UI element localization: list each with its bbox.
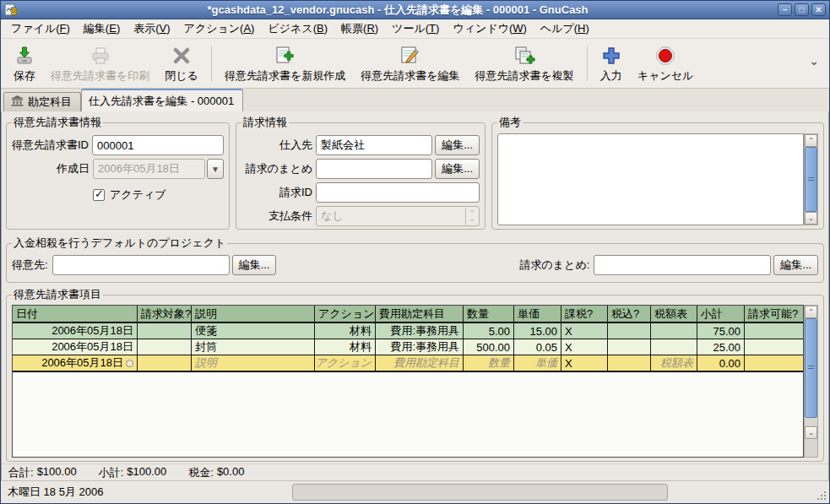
toolbar-overflow-chevron-icon[interactable]: ⌄ [809, 54, 824, 74]
table-cell[interactable] [651, 323, 697, 339]
menu-item[interactable]: ツール(T) [385, 19, 446, 38]
table-cell[interactable]: 5.00 [464, 323, 514, 339]
date-dropdown-button[interactable]: ▼ [207, 159, 224, 179]
table-cell[interactable]: X [561, 355, 608, 371]
table-cell[interactable]: X [561, 323, 608, 339]
table-cell[interactable]: 75.00 [697, 323, 745, 339]
table-cell[interactable] [138, 339, 192, 355]
table-cell[interactable]: 数量 [464, 355, 514, 371]
menu-item[interactable]: ウィンドウ(W) [446, 19, 533, 38]
table-cell[interactable]: 2006年05月18日 [13, 339, 138, 355]
cancel-button[interactable]: キャンセル [630, 41, 702, 86]
date-combo-icon[interactable] [126, 360, 133, 367]
table-cell[interactable] [651, 339, 697, 355]
table-cell[interactable]: 15.00 [514, 323, 561, 339]
toolbar: 保存 得意先請求書を印刷 閉じる 得意先請求書を新規作成 得意先請求書を編集 [1, 39, 829, 89]
table-cell[interactable]: 便箋 [192, 323, 315, 339]
scrollbar-thumb[interactable] [805, 147, 817, 212]
resize-grip[interactable] [816, 490, 827, 501]
table-cell[interactable]: 費用:事務用具 [376, 323, 464, 339]
table-cell[interactable] [608, 355, 651, 371]
notes-frame: 備考 ⌃ ⌄ [491, 115, 824, 230]
table-cell[interactable] [745, 339, 803, 355]
table-cell[interactable]: 25.00 [697, 339, 745, 355]
scrollbar-thumb[interactable] [805, 318, 817, 418]
table-cell[interactable]: 説明 [192, 355, 315, 371]
tab-accounts[interactable]: 勘定科目 [3, 92, 81, 111]
table-cell[interactable]: 封筒 [192, 339, 315, 355]
notes-textarea[interactable] [497, 133, 804, 225]
vendor-input[interactable]: 製紙会社 [316, 135, 432, 155]
table-cell[interactable]: 費用勘定科目 [376, 355, 464, 371]
column-header: 日付 [13, 306, 138, 322]
table-cell[interactable]: 2006年05月18日 [13, 323, 138, 339]
gnucash-app-icon [4, 3, 18, 17]
menu-item[interactable]: アクション(A) [177, 19, 262, 38]
table-cell[interactable] [745, 355, 803, 371]
column-header: 課税? [561, 306, 608, 322]
table-cell[interactable]: 500.00 [464, 339, 514, 355]
table-cell[interactable]: 材料 [315, 323, 376, 339]
table-row[interactable]: 2006年05月18日説明アクション費用勘定科目数量単価X税額表0.00 [13, 355, 803, 372]
print-invoice-button[interactable]: 得意先請求書を印刷 [43, 41, 157, 86]
menu-item[interactable]: 編集(E) [77, 19, 127, 38]
table-cell[interactable] [745, 323, 803, 339]
close-tab-button[interactable]: 閉じる [157, 41, 206, 86]
enter-button[interactable]: 入力 [593, 41, 630, 86]
table-cell[interactable]: 費用:事務用具 [376, 339, 464, 355]
table-cell[interactable]: 0.05 [514, 339, 561, 355]
project-customer-input[interactable] [52, 255, 230, 275]
table-cell[interactable]: 2006年05月18日 [13, 355, 138, 371]
column-header: 単価 [514, 306, 561, 322]
vendor-edit-button[interactable]: 編集... [435, 135, 480, 155]
minimize-button[interactable]: – [778, 3, 792, 16]
notes-scrollbar[interactable]: ⌃ ⌄ [804, 133, 818, 225]
chargeback-edit-button[interactable]: 編集... [435, 159, 480, 179]
scroll-down-icon[interactable]: ⌄ [805, 426, 817, 439]
project-job-edit-button[interactable]: 編集... [773, 255, 818, 275]
tab-edit-vendor-bill[interactable]: 仕入先請求書を編集 - 000001 [81, 89, 243, 111]
billing-id-input[interactable] [316, 182, 480, 203]
table-cell[interactable] [608, 323, 651, 339]
menu-item[interactable]: 表示(V) [127, 19, 176, 38]
terms-combo[interactable]: なし ⌃⌄ [316, 206, 480, 226]
close-window-button[interactable]: ✕ [811, 3, 826, 16]
entries-scrollbar[interactable]: ⌃ ⌄ [804, 305, 818, 458]
project-job-label: 請求のまとめ: [519, 257, 589, 273]
table-cell[interactable] [608, 339, 651, 355]
table-row[interactable]: 2006年05月18日封筒材料費用:事務用具500.000.05X25.00 [13, 339, 803, 355]
chargeback-input[interactable] [316, 159, 432, 179]
project-customer-edit-button[interactable]: 編集... [232, 255, 277, 275]
scroll-up-icon[interactable]: ⌃ [805, 306, 817, 318]
save-icon [14, 45, 35, 67]
table-cell[interactable]: 0.00 [697, 355, 745, 371]
scroll-up-icon[interactable]: ⌃ [805, 134, 817, 147]
save-button[interactable]: 保存 [6, 41, 43, 86]
table-cell[interactable]: X [561, 339, 608, 355]
project-job-input[interactable] [594, 255, 771, 275]
maximize-button[interactable]: □ [795, 3, 809, 16]
register-empty-area[interactable] [13, 372, 803, 457]
table-cell[interactable] [138, 355, 192, 371]
table-cell[interactable]: アクション [315, 355, 376, 371]
edit-invoice-button[interactable]: 得意先請求書を編集 [353, 41, 467, 86]
menu-item[interactable]: ファイル(F) [4, 19, 77, 38]
column-header: アクション [315, 306, 376, 322]
table-cell[interactable]: 税額表 [651, 355, 697, 371]
active-checkbox[interactable]: ✓ [93, 189, 105, 201]
duplicate-invoice-button[interactable]: 得意先請求書を複製 [468, 41, 582, 86]
table-row[interactable]: 2006年05月18日便箋材料費用:事務用具5.0015.00X75.00 [13, 323, 803, 339]
menu-item[interactable]: ビジネス(B) [261, 19, 334, 38]
menu-item[interactable]: 帳票(R) [334, 19, 385, 38]
table-cell[interactable]: 材料 [315, 339, 376, 355]
table-cell[interactable]: 単価 [514, 355, 561, 371]
invoice-id-input[interactable]: 000001 [92, 135, 224, 155]
date-opened-input[interactable]: 2006年05月18日 [93, 159, 205, 179]
scroll-down-icon[interactable]: ⌄ [805, 212, 817, 225]
plus-icon [601, 45, 621, 67]
table-cell[interactable] [138, 323, 192, 339]
scrollbar-track[interactable] [805, 418, 817, 426]
new-invoice-button[interactable]: 得意先請求書を新規作成 [217, 41, 353, 86]
menu-item[interactable]: ヘルプ(H) [534, 19, 596, 38]
entries-register[interactable]: 日付請求対象?説明アクション費用勘定科目数量単価課税?税込?税額表小計請求可能?… [12, 305, 804, 458]
